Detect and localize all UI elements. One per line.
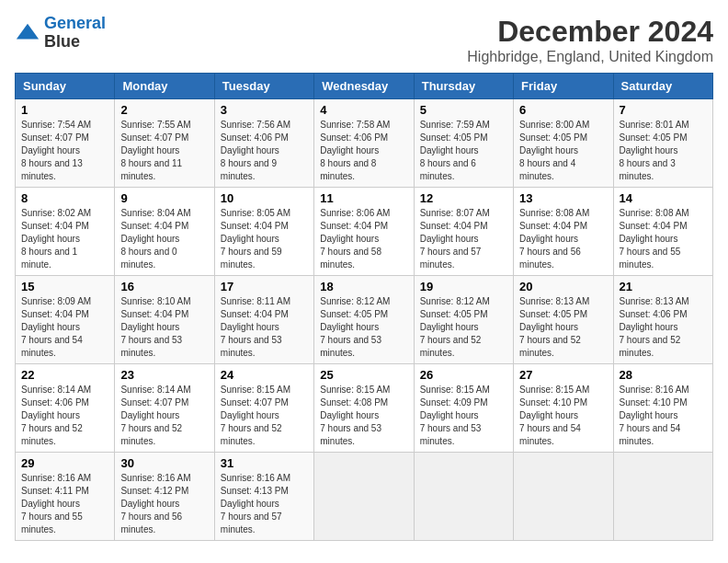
- table-row: 12Sunrise: 8:07 AMSunset: 4:04 PMDayligh…: [414, 188, 513, 276]
- table-row: 19Sunrise: 8:12 AMSunset: 4:05 PMDayligh…: [414, 276, 513, 364]
- col-saturday: Saturday: [613, 74, 712, 99]
- table-row: 2Sunrise: 7:55 AMSunset: 4:07 PMDaylight…: [115, 99, 214, 188]
- table-row: [314, 453, 414, 541]
- table-row: 28Sunrise: 8:16 AMSunset: 4:10 PMDayligh…: [613, 364, 712, 453]
- table-row: 26Sunrise: 8:15 AMSunset: 4:09 PMDayligh…: [414, 364, 513, 453]
- table-row: 15Sunrise: 8:09 AMSunset: 4:04 PMDayligh…: [16, 276, 115, 364]
- table-row: 8Sunrise: 8:02 AMSunset: 4:04 PMDaylight…: [16, 188, 115, 276]
- col-wednesday: Wednesday: [314, 74, 414, 99]
- logo-text: GeneralBlue: [44, 15, 106, 52]
- calendar-week-5: 29Sunrise: 8:16 AMSunset: 4:11 PMDayligh…: [16, 453, 713, 541]
- table-row: 25Sunrise: 8:15 AMSunset: 4:08 PMDayligh…: [314, 364, 414, 453]
- table-row: 4Sunrise: 7:58 AMSunset: 4:06 PMDaylight…: [314, 99, 414, 188]
- col-thursday: Thursday: [414, 74, 513, 99]
- table-row: 10Sunrise: 8:05 AMSunset: 4:04 PMDayligh…: [214, 188, 313, 276]
- table-row: 14Sunrise: 8:08 AMSunset: 4:04 PMDayligh…: [613, 188, 712, 276]
- col-friday: Friday: [514, 74, 613, 99]
- table-row: 11Sunrise: 8:06 AMSunset: 4:04 PMDayligh…: [314, 188, 414, 276]
- col-tuesday: Tuesday: [214, 74, 313, 99]
- table-row: 20Sunrise: 8:13 AMSunset: 4:05 PMDayligh…: [514, 276, 613, 364]
- calendar-table: Sunday Monday Tuesday Wednesday Thursday…: [15, 73, 713, 541]
- table-row: 24Sunrise: 8:15 AMSunset: 4:07 PMDayligh…: [214, 364, 313, 453]
- table-row: 6Sunrise: 8:00 AMSunset: 4:05 PMDaylight…: [514, 99, 613, 188]
- table-row: 23Sunrise: 8:14 AMSunset: 4:07 PMDayligh…: [115, 364, 214, 453]
- table-row: 5Sunrise: 7:59 AMSunset: 4:05 PMDaylight…: [414, 99, 513, 188]
- table-row: 16Sunrise: 8:10 AMSunset: 4:04 PMDayligh…: [115, 276, 214, 364]
- table-row: [613, 453, 712, 541]
- header-row: Sunday Monday Tuesday Wednesday Thursday…: [16, 74, 713, 99]
- table-row: 22Sunrise: 8:14 AMSunset: 4:06 PMDayligh…: [16, 364, 115, 453]
- col-sunday: Sunday: [16, 74, 115, 99]
- table-row: 7Sunrise: 8:01 AMSunset: 4:05 PMDaylight…: [613, 99, 712, 188]
- table-row: 30Sunrise: 8:16 AMSunset: 4:12 PMDayligh…: [115, 453, 214, 541]
- table-row: 27Sunrise: 8:15 AMSunset: 4:10 PMDayligh…: [514, 364, 613, 453]
- logo-icon: [15, 20, 40, 46]
- table-row: [514, 453, 613, 541]
- table-row: 13Sunrise: 8:08 AMSunset: 4:04 PMDayligh…: [514, 188, 613, 276]
- svg-marker-0: [17, 24, 39, 40]
- table-row: 29Sunrise: 8:16 AMSunset: 4:11 PMDayligh…: [16, 453, 115, 541]
- table-row: 3Sunrise: 7:56 AMSunset: 4:06 PMDaylight…: [214, 99, 313, 188]
- location: Highbridge, England, United Kingdom: [467, 49, 713, 65]
- table-row: [414, 453, 513, 541]
- calendar-week-3: 15Sunrise: 8:09 AMSunset: 4:04 PMDayligh…: [16, 276, 713, 364]
- table-row: 9Sunrise: 8:04 AMSunset: 4:04 PMDaylight…: [115, 188, 214, 276]
- logo: GeneralBlue: [15, 15, 106, 52]
- table-row: 21Sunrise: 8:13 AMSunset: 4:06 PMDayligh…: [613, 276, 712, 364]
- table-row: 1Sunrise: 7:54 AMSunset: 4:07 PMDaylight…: [16, 99, 115, 188]
- calendar-week-1: 1Sunrise: 7:54 AMSunset: 4:07 PMDaylight…: [16, 99, 713, 188]
- calendar-week-2: 8Sunrise: 8:02 AMSunset: 4:04 PMDaylight…: [16, 188, 713, 276]
- col-monday: Monday: [115, 74, 214, 99]
- page-header: GeneralBlue December 2024 Highbridge, En…: [15, 15, 713, 65]
- table-row: 31Sunrise: 8:16 AMSunset: 4:13 PMDayligh…: [214, 453, 313, 541]
- calendar-week-4: 22Sunrise: 8:14 AMSunset: 4:06 PMDayligh…: [16, 364, 713, 453]
- table-row: 18Sunrise: 8:12 AMSunset: 4:05 PMDayligh…: [314, 276, 414, 364]
- title-block: December 2024 Highbridge, England, Unite…: [467, 15, 713, 65]
- month-title: December 2024: [467, 15, 713, 49]
- table-row: 17Sunrise: 8:11 AMSunset: 4:04 PMDayligh…: [214, 276, 313, 364]
